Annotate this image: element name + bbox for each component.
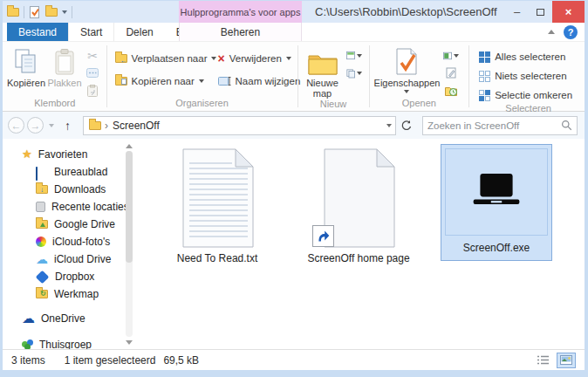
breadcrumb-location[interactable]: ScreenOff	[113, 120, 160, 132]
up-button[interactable]: ↑	[59, 119, 76, 133]
forward-button[interactable]: →	[27, 117, 44, 134]
properties-button[interactable]: Eigenschappen	[372, 44, 441, 93]
rename-label: Naam wijzigen	[236, 76, 301, 86]
clipboard-small-buttons: ✂	[83, 44, 102, 98]
invert-selection-label: Selectie omkeren	[495, 90, 572, 100]
navigation-pane: ★ Favorieten Bureaublad ↓ Downloads Rece…	[3, 139, 135, 349]
group-label-organize: Organiseren	[110, 98, 295, 111]
sidebar-item-favorieten[interactable]: ★ Favorieten	[3, 145, 135, 163]
maximize-button[interactable]	[529, 1, 552, 23]
sidebar-item-icloud-drive[interactable]: ☁ iCloud Drive	[3, 250, 135, 268]
new-item-caret-icon	[357, 54, 362, 58]
paste-button[interactable]: Plakken	[46, 44, 83, 88]
icloud-photos-icon	[36, 236, 46, 247]
back-button[interactable]: ←	[8, 117, 24, 134]
sidebar-item-thuisgroep[interactable]: Thuisgroep	[3, 335, 135, 349]
rename-icon	[218, 77, 231, 86]
tab-beheren[interactable]: Beheren	[179, 23, 302, 41]
rename-button[interactable]: Naam wijzigen	[218, 73, 301, 89]
invert-selection-button[interactable]: Selectie omkeren	[479, 87, 572, 103]
cut-button[interactable]: ✂	[85, 48, 100, 63]
search-input[interactable]	[427, 120, 561, 131]
dropbox-icon	[36, 270, 50, 284]
paste-shortcut-button[interactable]	[85, 83, 100, 98]
select-all-button[interactable]: Alles selecteren	[479, 49, 572, 65]
easy-access-button[interactable]	[346, 65, 362, 80]
sidebar-item-icloud-fotos[interactable]: iCloud-foto's	[3, 233, 135, 250]
copy-to-caret-icon	[199, 79, 204, 83]
separator	[24, 6, 24, 18]
selected-icon-box	[445, 148, 548, 236]
new-item-button[interactable]	[346, 48, 362, 63]
paste-shortcut-icon	[87, 85, 98, 97]
refresh-button[interactable]	[396, 116, 417, 135]
move-to-button[interactable]: ← Verplaatsen naar	[115, 51, 208, 66]
details-view-button[interactable]	[533, 353, 552, 368]
select-none-button[interactable]: Niets selecteren	[479, 68, 572, 84]
copy-icon	[14, 47, 38, 75]
search-icon[interactable]	[561, 120, 572, 131]
thumbnail-view-button[interactable]	[557, 353, 576, 368]
properties-icon	[395, 47, 418, 75]
copy-path-button[interactable]	[85, 65, 100, 80]
address-bar[interactable]: › ScreenOff	[83, 116, 396, 135]
copy-to-label: Kopiëren naar	[132, 76, 195, 86]
contextual-tab-badge: Hulpprogramma's voor apps	[179, 1, 302, 23]
help-icon[interactable]: ?	[564, 25, 578, 39]
explorer-window: Hulpprogramma's voor apps C:\Users\Robbi…	[0, 0, 588, 377]
sidebar-item-werkmap[interactable]: ↻ Werkmap	[3, 285, 135, 303]
item-count: 3 items	[11, 354, 45, 367]
ribbon: Kopiëren Plakken ✂ Klembord	[3, 42, 585, 112]
google-drive-folder-icon	[36, 220, 48, 229]
copy-path-icon	[86, 68, 99, 78]
tab-bestand[interactable]: Bestand	[7, 23, 68, 41]
sidebar-item-bureaublad[interactable]: Bureaublad	[3, 163, 135, 181]
scroll-down-icon[interactable]	[124, 337, 134, 347]
breadcrumb-chevron-icon[interactable]: ›	[105, 120, 108, 132]
open-icon	[443, 51, 452, 60]
internet-shortcut-icon	[320, 146, 397, 249]
selection-size: 69,5 kB	[163, 354, 199, 367]
search-box[interactable]	[422, 116, 578, 135]
copy-to-button[interactable]: Kopiëren naar	[115, 73, 208, 89]
customize-qat-caret-icon[interactable]	[62, 10, 67, 14]
minimize-ribbon-icon[interactable]	[548, 30, 555, 34]
details-view-icon	[537, 355, 549, 365]
tab-delen[interactable]: Delen	[114, 23, 164, 41]
sidebar-item-dropbox[interactable]: Dropbox	[3, 268, 135, 285]
sidebar-item-onedrive[interactable]: ☁ OneDrive	[3, 309, 135, 327]
sidebar-scrollbar[interactable]	[124, 141, 134, 347]
scrollbar-thumb[interactable]	[126, 151, 133, 263]
cut-icon: ✂	[87, 49, 98, 63]
text-document-icon	[178, 146, 256, 249]
icloud-drive-icon: ☁	[36, 254, 48, 264]
address-dropdown-caret-icon[interactable]	[386, 124, 392, 127]
sidebar-item-google-drive[interactable]: Google Drive	[3, 216, 135, 233]
history-button[interactable]	[443, 83, 459, 98]
open-small-buttons	[441, 44, 461, 98]
file-item-screenoff-exe-selected[interactable]: ScreenOff.exe	[441, 144, 552, 261]
new-folder-quick-icon[interactable]	[45, 8, 58, 17]
delete-button[interactable]: × Verwijderen	[218, 51, 301, 66]
group-label-open: Openen	[372, 98, 466, 111]
sidebar-item-recente-locaties[interactable]: Recente locaties	[3, 198, 135, 216]
tab-start[interactable]: Start	[68, 23, 114, 41]
work-folders-icon: ↻	[36, 290, 48, 298]
close-button[interactable]: ×	[552, 1, 585, 23]
copy-button[interactable]: Kopiëren	[6, 44, 46, 88]
scrollbar-track[interactable]	[126, 151, 133, 337]
file-item-need-to-read[interactable]: Need To Read.txt	[160, 146, 275, 264]
selection-status: 1 item geselecteerd	[65, 354, 156, 367]
sidebar-item-downloads[interactable]: ↓ Downloads	[3, 181, 135, 198]
edit-button[interactable]	[443, 65, 459, 80]
easy-access-icon	[346, 68, 355, 79]
file-item-screenoff-home-page[interactable]: ScreenOff home page	[301, 146, 416, 264]
properties-quick-icon[interactable]	[29, 6, 41, 18]
scroll-up-icon[interactable]	[124, 141, 134, 151]
new-folder-button[interactable]: Nieuwe map	[301, 44, 345, 99]
recent-locations-caret-icon[interactable]	[49, 124, 54, 127]
ribbon-group-organize: ← Verplaatsen naar Kopiëren naar × Verwi…	[110, 44, 295, 111]
move-to-label: Verplaatsen naar	[132, 53, 208, 64]
open-button[interactable]	[443, 48, 459, 63]
minimize-button[interactable]: –	[505, 1, 529, 23]
